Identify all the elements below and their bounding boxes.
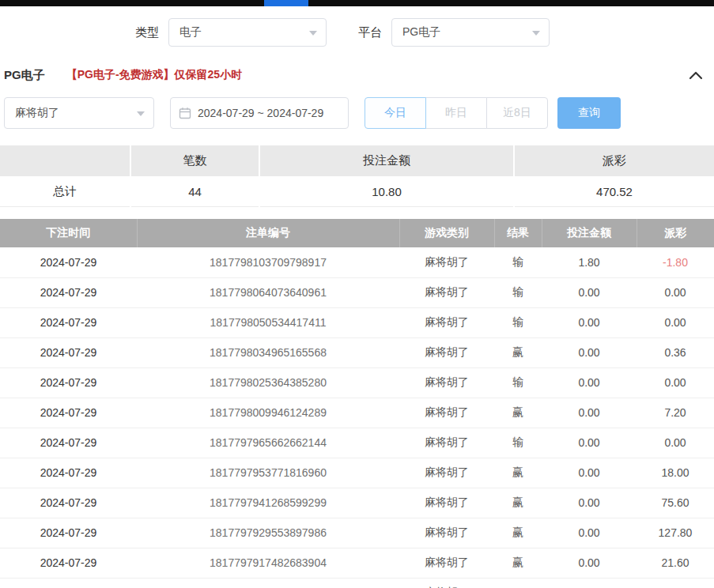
bet-date-cell: 2024-07-29 [0, 277, 137, 307]
quick-date-button-group: 今日 昨日 近8日 [365, 97, 548, 129]
table-row: 2024-07-291817797917482683904麻将胡了赢0.0021… [0, 548, 714, 578]
bet-amount-cell: 0.00 [542, 488, 637, 518]
game-type-cell: 麻将胡了 [399, 518, 494, 548]
yesterday-button[interactable]: 昨日 [425, 97, 487, 129]
game-type-cell: 麻将胡了 [399, 398, 494, 428]
table-row: 2024-07-291817798064073640961麻将胡了输0.000.… [0, 277, 714, 307]
bet-id-cell: 1817797965662662144 [137, 428, 399, 458]
calendar-icon [179, 107, 191, 119]
summary-header-blank [0, 145, 130, 176]
bet-id-cell: 1817798034965165568 [137, 337, 399, 368]
game-type-cell: 麻将胡了 [399, 428, 494, 458]
bet-amount-cell: 0.00 [542, 368, 637, 398]
game-type-cell: 麻将胡了 [399, 578, 494, 588]
game-type-cell: 麻将胡了 [399, 337, 494, 368]
bet-date-cell: 2024-07-29 [0, 458, 137, 488]
chevron-up-icon [689, 70, 703, 80]
game-type-cell: 麻将胡了 [399, 548, 494, 578]
chevron-down-icon [137, 111, 145, 116]
query-bar: 麻将胡了 2024-07-29 ~ 2024-07-29 今日 昨日 近8日 查… [0, 97, 714, 129]
game-type-cell: 麻将胡了 [399, 488, 494, 518]
header-payout: 派彩 [637, 219, 714, 247]
search-button[interactable]: 查询 [557, 97, 621, 129]
game-select[interactable]: 麻将胡了 [4, 97, 154, 129]
bet-date-cell: 2024-07-29 [0, 518, 137, 548]
result-cell: 赢 [494, 337, 542, 368]
date-range-input[interactable]: 2024-07-29 ~ 2024-07-29 [170, 97, 349, 129]
bet-date-cell: 2024-07-29 [0, 307, 137, 337]
bet-id-cell: 1817797941268599299 [137, 488, 399, 518]
result-cell: 输 [494, 368, 542, 398]
table-row: 2024-07-291817798050534417411麻将胡了输0.000.… [0, 307, 714, 337]
last-8-days-button[interactable]: 近8日 [486, 97, 548, 129]
bet-amount-cell: 0.00 [542, 518, 637, 548]
section-notice: 【PG电子-免费游戏】仅保留25小时 [66, 68, 242, 82]
active-tab-indicator [264, 0, 308, 6]
table-row: 2024-07-291817797941268599299麻将胡了赢0.0075… [0, 488, 714, 518]
bet-table-body: 2024-07-291817798103709798917麻将胡了输1.80-1… [0, 247, 714, 588]
table-row: 2024-07-291817797929553897986麻将胡了赢0.0012… [0, 518, 714, 548]
result-cell: 赢 [494, 398, 542, 428]
bet-amount-cell [542, 578, 637, 588]
bet-id-cell: 1817798009946124289 [137, 398, 399, 428]
table-row: 2024-07-291817797965662662144麻将胡了输0.000.… [0, 428, 714, 458]
summary-total-payout: 470.52 [515, 176, 714, 207]
result-cell: 输 [494, 277, 542, 307]
platform-select[interactable]: PG电子 [391, 18, 550, 47]
chevron-down-icon [532, 31, 540, 36]
browser-tab-strip [0, 0, 714, 6]
payout-cell: 21.60 [637, 548, 714, 578]
type-label: 类型 [135, 25, 159, 40]
payout-cell: 0.00 [637, 368, 714, 398]
header-bet-time: 下注时间 [0, 219, 137, 247]
result-cell: 赢 [494, 458, 542, 488]
today-button[interactable]: 今日 [365, 97, 426, 129]
bet-date-cell: 2024-07-29 [0, 247, 137, 277]
bet-id-cell: 1817797917482683904 [137, 548, 399, 578]
table-row: 2024-07-291817798009946124289麻将胡了赢0.007.… [0, 398, 714, 428]
bet-date-cell: 2024-07-29 [0, 488, 137, 518]
result-cell: 赢 [494, 488, 542, 518]
bet-id-cell: 1817797953771816960 [137, 458, 399, 488]
game-type-cell: 麻将胡了 [399, 368, 494, 398]
payout-cell: 7.20 [637, 398, 714, 428]
section-header: PG电子 【PG电子-免费游戏】仅保留25小时 [0, 67, 714, 83]
bet-amount-cell: 0.00 [542, 337, 637, 368]
game-select-value: 麻将胡了 [15, 106, 59, 120]
summary-total-row: 总计 44 10.80 470.52 [0, 176, 714, 207]
table-row: 2024-07-29麻将胡了 [0, 578, 714, 588]
table-row: 2024-07-291817797953771816960麻将胡了赢0.0018… [0, 458, 714, 488]
bet-amount-cell: 0.00 [542, 277, 637, 307]
result-cell: 输 [494, 307, 542, 337]
payout-cell [637, 578, 714, 588]
type-select[interactable]: 电子 [168, 18, 327, 47]
filter-bar: 类型 电子 平台 PG电子 [0, 18, 714, 47]
bet-amount-cell: 0.00 [542, 458, 637, 488]
bet-date-cell: 2024-07-29 [0, 337, 137, 368]
payout-cell: 18.00 [637, 458, 714, 488]
summary-table: 笔数 投注金额 派彩 总计 44 10.80 470.52 [0, 145, 714, 207]
bet-date-cell: 2024-07-29 [0, 428, 137, 458]
bet-id-cell: 1817798050534417411 [137, 307, 399, 337]
platform-label: 平台 [358, 25, 382, 40]
summary-total-count: 44 [131, 176, 259, 207]
game-type-cell: 麻将胡了 [399, 307, 494, 337]
platform-select-value: PG电子 [402, 25, 440, 40]
table-row: 2024-07-291817798025364385280麻将胡了输0.000.… [0, 368, 714, 398]
summary-total-bet: 10.80 [260, 176, 513, 207]
bet-id-cell: 1817798064073640961 [137, 277, 399, 307]
header-bet-id: 注单编号 [137, 219, 399, 247]
collapse-section-button[interactable] [689, 70, 703, 80]
result-cell: 输 [494, 428, 542, 458]
bet-date-cell: 2024-07-29 [0, 578, 137, 588]
payout-cell: -1.80 [637, 247, 714, 277]
summary-header-count: 笔数 [131, 145, 259, 176]
game-type-cell: 麻将胡了 [399, 458, 494, 488]
bet-amount-cell: 0.00 [542, 428, 637, 458]
game-type-cell: 麻将胡了 [399, 247, 494, 277]
game-type-cell: 麻将胡了 [399, 277, 494, 307]
bet-id-cell: 1817798103709798917 [137, 247, 399, 277]
payout-cell: 0.00 [637, 277, 714, 307]
bet-records-table: 下注时间 注单编号 游戏类别 结果 投注金额 派彩 2024-07-291817… [0, 219, 714, 588]
header-bet-amount: 投注金额 [542, 219, 637, 247]
